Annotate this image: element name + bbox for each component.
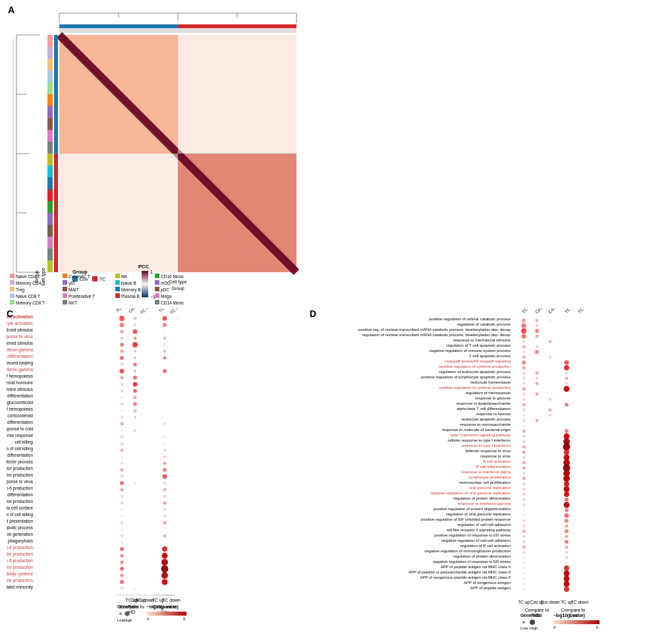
svg-text:TC up: TC up [157, 308, 169, 314]
svg-point-277 [163, 508, 166, 511]
svg-rect-41 [10, 274, 14, 278]
svg-rect-7 [178, 35, 296, 154]
svg-text:TC down: TC down [140, 308, 155, 315]
svg-text:positive regulation of myeloid: positive regulation of myeloid leukocyte… [7, 499, 33, 504]
svg-point-253 [121, 436, 123, 438]
svg-rect-11 [54, 154, 58, 272]
svg-rect-13 [47, 47, 53, 59]
svg-text:Treg: Treg [16, 287, 25, 293]
svg-point-402 [536, 377, 538, 380]
svg-rect-25 [47, 189, 53, 201]
svg-text:cell killing: cell killing [14, 440, 33, 445]
svg-rect-12 [47, 35, 53, 47]
svg-point-434 [522, 461, 526, 465]
svg-point-279 [163, 515, 166, 517]
svg-point-432 [522, 456, 525, 459]
svg-point-483 [564, 587, 569, 592]
svg-rect-59 [63, 300, 67, 305]
panel-d-label: D [310, 308, 316, 319]
svg-point-209 [163, 323, 167, 327]
svg-text:response to monosaccharide: response to monosaccharide [460, 422, 511, 426]
svg-text:APP of peptide or polysacchari: APP of peptide or polysaccharide antigen… [408, 570, 511, 574]
celltype-colorbar-top [59, 29, 296, 33]
svg-rect-47 [10, 293, 14, 298]
svg-point-451 [564, 502, 570, 508]
svg-point-382 [521, 328, 526, 334]
svg-point-312 [119, 612, 122, 615]
svg-text:response to cold: response to cold [7, 426, 33, 432]
svg-rect-73 [155, 287, 159, 291]
svg-point-268 [134, 482, 136, 484]
svg-text:Cov up: Cov up [534, 308, 547, 314]
svg-point-242 [134, 396, 137, 399]
svg-text:PCC: PCC [138, 264, 149, 270]
svg-rect-27 [47, 213, 53, 225]
svg-point-480 [523, 583, 525, 585]
svg-point-386 [522, 340, 525, 343]
svg-rect-28 [47, 225, 53, 237]
svg-point-286 [120, 547, 124, 551]
svg-point-458 [522, 525, 525, 527]
svg-point-254 [164, 436, 166, 438]
svg-point-393 [549, 356, 551, 359]
svg-point-468 [522, 551, 525, 554]
svg-point-262 [163, 462, 167, 465]
svg-text:type I interferon signaling pa: type I interferon signaling pathway [451, 433, 511, 437]
svg-text:TC down: TC down [169, 308, 185, 315]
svg-text:response to glucocorticoid: response to glucocorticoid [7, 400, 33, 405]
svg-point-236 [133, 376, 137, 380]
dotplot-c-legend: GeneRatio Low High −log10(p-value) 0 6 [117, 604, 186, 622]
svg-text:cellular response to interfero: cellular response to interferon-gamma [7, 347, 33, 353]
svg-point-462 [522, 535, 525, 538]
svg-text:response to type I interferon: response to type I interferon [461, 444, 511, 448]
svg-text:Memory CD8 T: Memory CD8 T [16, 301, 45, 306]
svg-point-415 [522, 409, 525, 411]
svg-text:negative regulation of hemopoi: negative regulation of hemopoiesis [7, 407, 34, 412]
svg-text:regulation of leukocyte apopto: regulation of leukocyte apoptotic proces… [439, 370, 511, 374]
svg-point-494 [522, 621, 525, 624]
svg-rect-14 [47, 59, 53, 71]
svg-rect-61 [115, 274, 120, 278]
svg-point-234 [163, 369, 167, 373]
svg-point-220 [177, 337, 179, 339]
dotplot-c-svg: T cell activation regulation of lymphocy… [7, 308, 303, 637]
svg-point-266 [163, 475, 167, 479]
svg-text:positive reg. of nuclear-trans: positive reg. of nuclear-transcribed mRN… [358, 328, 511, 332]
svg-point-295 [161, 572, 168, 579]
svg-point-401 [522, 377, 525, 380]
svg-rect-24 [47, 177, 53, 189]
svg-point-412 [549, 398, 551, 401]
svg-rect-77 [155, 300, 159, 305]
svg-text:0: 0 [147, 617, 150, 621]
svg-point-481 [564, 581, 570, 587]
panel-a: A [7, 3, 310, 306]
svg-point-463 [565, 535, 569, 538]
svg-point-231 [133, 363, 137, 366]
svg-rect-55 [63, 287, 67, 291]
svg-text:−1: −1 [150, 295, 155, 299]
svg-text:Proliferative T: Proliferative T [69, 294, 95, 299]
svg-text:cellular response to corticost: cellular response to corticosteroid stim… [7, 341, 34, 346]
svg-point-410 [536, 393, 539, 396]
svg-rect-19 [47, 118, 53, 130]
svg-point-225 [134, 350, 136, 353]
svg-text:positive regulation of cell ki: positive regulation of cell killing [7, 446, 33, 451]
svg-text:vascular wound healing: vascular wound healing [7, 361, 33, 366]
svg-point-259 [121, 456, 123, 458]
svg-text:Naive CD4 T: Naive CD4 T [16, 274, 40, 279]
svg-point-206 [120, 323, 125, 328]
svg-text:response to virus: response to virus [7, 334, 34, 339]
svg-point-285 [121, 542, 123, 544]
svg-point-273 [163, 495, 166, 498]
svg-point-224 [121, 350, 124, 353]
svg-text:negative regulation of viral g: negative regulation of viral genome repl… [430, 491, 511, 495]
svg-point-281 [163, 521, 167, 525]
svg-text:response to hexose: response to hexose [476, 412, 511, 416]
svg-point-230 [121, 363, 123, 366]
svg-text:response to virus: response to virus [480, 454, 511, 458]
svg-point-423 [565, 429, 569, 433]
svg-text:TC up: TC up [564, 308, 576, 314]
svg-text:6: 6 [183, 617, 186, 621]
svg-text:toll-like receptor 4 signaling: toll-like receptor 4 signaling pathway [447, 528, 511, 532]
svg-point-289 [162, 553, 168, 559]
